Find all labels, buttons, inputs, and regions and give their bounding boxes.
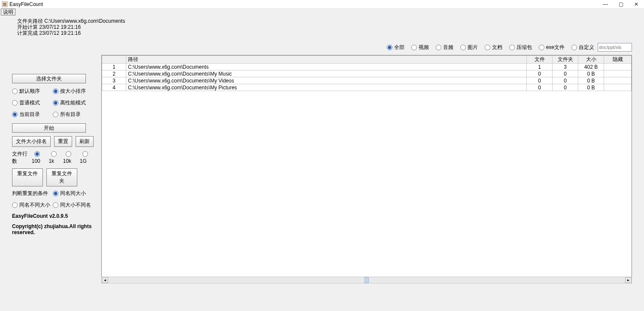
info-path-value: C:\Users\www.x6g.com\Documents <box>44 18 125 24</box>
svg-rect-1 <box>3 3 6 6</box>
sort-default[interactable]: 默认顺序 <box>12 88 53 95</box>
window-minimize-button[interactable]: — <box>598 0 613 9</box>
cell-size: 402 B <box>578 64 604 70</box>
filter-audio[interactable]: 音频 <box>433 44 453 51</box>
filter-exe[interactable]: exe文件 <box>536 44 565 51</box>
scope-current[interactable]: 当前目录 <box>12 111 53 118</box>
cell-hidden <box>604 64 632 70</box>
cell-index: 2 <box>102 70 126 77</box>
cell-files: 0 <box>527 84 553 91</box>
menubar: 说明 <box>0 9 644 16</box>
dup-cond-namesize[interactable]: 同名同大小 <box>53 190 94 197</box>
filter-row: 全部 视频 音频 图片 文档 压缩包 exe文件 自定义 <box>382 43 632 52</box>
cell-hidden <box>604 70 632 77</box>
col-header-files[interactable]: 文件 <box>527 56 553 64</box>
dup-cond-name[interactable]: 同名不同大小 <box>12 201 53 209</box>
scroll-left-arrow-icon[interactable]: ◄ <box>102 277 108 283</box>
cell-files: 1 <box>527 64 553 70</box>
scroll-thumb[interactable] <box>365 277 369 283</box>
refresh-button[interactable]: 刷新 <box>76 136 94 147</box>
cell-folders: 0 <box>553 84 578 91</box>
rows-1k[interactable]: 1k <box>49 151 61 164</box>
info-done-value: 23/07/12 19:21:16 <box>39 30 81 36</box>
filter-all[interactable]: 全部 <box>384 44 404 51</box>
table-row[interactable]: 2C:\Users\www.x6g.com\Documents\My Music… <box>102 70 632 77</box>
cell-index: 3 <box>102 77 126 84</box>
cell-size: 0 B <box>578 84 604 91</box>
table-row[interactable]: 3C:\Users\www.x6g.com\Documents\My Video… <box>102 77 632 84</box>
cell-folders: 3 <box>553 64 578 70</box>
col-header-hidden[interactable]: 隐藏 <box>604 56 632 64</box>
table-row[interactable]: 1C:\Users\www.x6g.com\Documents13402 B <box>102 64 632 70</box>
cell-path: C:\Users\www.x6g.com\Documents\My Music <box>126 70 527 77</box>
mode-hp[interactable]: 高性能模式 <box>53 99 94 107</box>
info-path-label: 文件夹路径 <box>17 18 43 24</box>
filter-custom[interactable]: 自定义 <box>569 44 594 51</box>
cell-hidden <box>604 77 632 84</box>
copyright-text: Copyright(c) zhujiahua.All rights reserv… <box>12 223 94 235</box>
cell-files: 0 <box>527 70 553 77</box>
cell-index: 1 <box>102 64 126 70</box>
start-button[interactable]: 开始 <box>12 123 86 133</box>
rows-10k[interactable]: 10k <box>63 151 78 164</box>
info-start-value: 23/07/12 19:21:16 <box>39 24 81 30</box>
cell-folders: 0 <box>553 77 578 84</box>
rows-1g[interactable]: 1G <box>80 151 94 164</box>
dup-file-button[interactable]: 重复文件 <box>12 168 43 186</box>
filter-archive[interactable]: 压缩包 <box>507 44 532 51</box>
col-header-index[interactable] <box>102 56 126 64</box>
cell-size: 0 B <box>578 77 604 84</box>
window-close-button[interactable]: ✕ <box>629 0 644 9</box>
scope-all[interactable]: 所有目录 <box>53 111 94 118</box>
info-block: 文件夹路径 C:\Users\www.x6g.com\Documents 开始计… <box>0 16 644 36</box>
sidebar: 选择文件夹 默认顺序 按大小排序 普通模式 高性能模式 当前目录 所有目录 开始… <box>12 74 94 235</box>
filter-doc[interactable]: 文档 <box>482 44 502 51</box>
sort-size[interactable]: 按大小排序 <box>53 88 94 95</box>
table-header-row: 路径 文件 文件夹 大小 隐藏 <box>102 56 632 64</box>
window-title: EasyFileCount <box>9 1 43 7</box>
rows-label: 文件行数 <box>12 150 30 165</box>
col-header-path[interactable]: 路径 <box>126 56 527 64</box>
cell-files: 0 <box>527 77 553 84</box>
reset-button[interactable]: 重置 <box>54 136 72 147</box>
cell-path: C:\Users\www.x6g.com\Documents\My Videos <box>126 77 527 84</box>
cell-size: 0 B <box>578 70 604 77</box>
scroll-track[interactable] <box>108 277 625 283</box>
cell-path: C:\Users\www.x6g.com\Documents\My Pictur… <box>126 84 527 91</box>
dup-cond-size[interactable]: 同大小不同名 <box>53 201 94 209</box>
filter-custom-input[interactable] <box>598 43 632 52</box>
table-row[interactable]: 4C:\Users\www.x6g.com\Documents\My Pictu… <box>102 84 632 91</box>
filter-video[interactable]: 视频 <box>409 44 429 51</box>
info-start-label: 开始计算 <box>17 24 38 30</box>
menu-help[interactable]: 说明 <box>1 9 15 15</box>
cell-path: C:\Users\www.x6g.com\Documents <box>126 64 527 70</box>
mode-normal[interactable]: 普通模式 <box>12 99 53 107</box>
col-header-folders[interactable]: 文件夹 <box>553 56 578 64</box>
horizontal-scrollbar[interactable]: ◄ ► <box>101 277 632 284</box>
cell-index: 4 <box>102 84 126 91</box>
dup-cond-label: 判断重复的条件 <box>12 190 53 197</box>
window-maximize-button[interactable]: ▢ <box>613 0 629 9</box>
dup-folder-button[interactable]: 重复文件夹 <box>46 168 77 186</box>
filter-image[interactable]: 图片 <box>458 44 478 51</box>
cell-folders: 0 <box>553 70 578 77</box>
col-header-size[interactable]: 大小 <box>578 56 604 64</box>
rows-100[interactable]: 100 <box>32 151 47 164</box>
result-table: 路径 文件 文件夹 大小 隐藏 1C:\Users\www.x6g.com\Do… <box>101 55 632 282</box>
version-text: EasyFileCount v2.0.9.5 <box>12 213 94 219</box>
titlebar: EasyFileCount — ▢ ✕ <box>0 0 644 9</box>
scroll-right-arrow-icon[interactable]: ► <box>625 277 632 283</box>
select-folder-button[interactable]: 选择文件夹 <box>12 74 86 83</box>
app-icon <box>2 1 8 7</box>
cell-hidden <box>604 84 632 91</box>
filesize-rank-button[interactable]: 文件大小排名 <box>12 136 51 147</box>
info-done-label: 计算完成 <box>17 30 38 36</box>
rows-selector: 文件行数 100 1k 10k 1G <box>12 150 94 165</box>
